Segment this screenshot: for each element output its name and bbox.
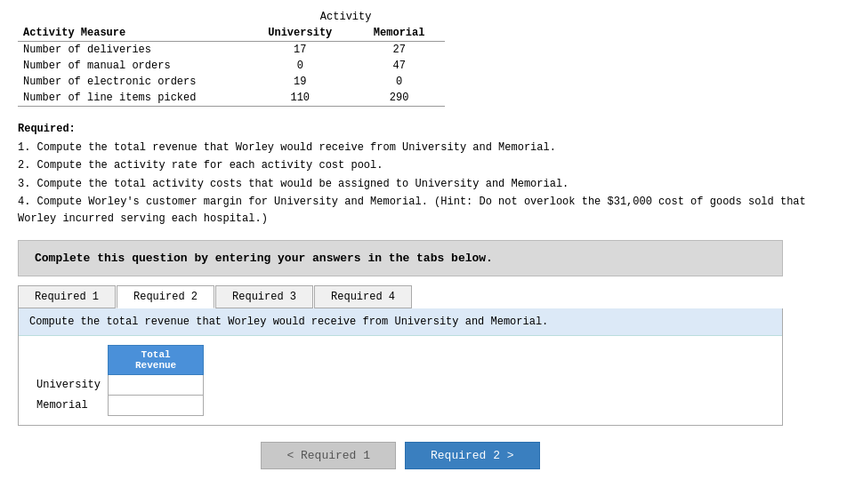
tab-content: Compute the total revenue that Worley wo…	[18, 308, 783, 426]
total-revenue-header: TotalRevenue	[109, 346, 204, 375]
table-row: Number of deliveries 17 27	[18, 42, 445, 59]
tab-item[interactable]: Required 2	[117, 285, 214, 308]
answer-label-header	[29, 346, 109, 375]
required-title: Required:	[18, 121, 829, 138]
measure-cell: Number of electronic orders	[18, 74, 246, 90]
prev-button[interactable]: < Required 1	[261, 442, 396, 469]
answer-row: University	[29, 375, 204, 396]
answer-input-cell[interactable]	[109, 396, 204, 416]
answer-row-label: Memorial	[29, 396, 109, 416]
university-col-header: University	[246, 25, 353, 42]
answer-input-cell[interactable]	[109, 375, 204, 396]
activity-col-header: Activity	[246, 9, 445, 25]
memorial-cell: 0	[353, 74, 445, 90]
tab-item[interactable]: Required 4	[314, 285, 412, 308]
university-cell: 110	[246, 90, 353, 107]
required-item: 1. Compute the total revenue that Worley…	[18, 140, 829, 156]
answer-table: TotalRevenue University Memorial	[29, 345, 204, 416]
answer-input[interactable]	[109, 396, 198, 415]
measure-cell: Number of deliveries	[18, 42, 246, 59]
bottom-nav: < Required 1 Required 2 >	[18, 442, 783, 469]
table-row: Number of manual orders 0 47	[18, 58, 445, 74]
tab-item[interactable]: Required 3	[215, 285, 313, 308]
memorial-cell: 290	[353, 90, 445, 107]
activity-measure-col-header: Activity Measure	[18, 25, 246, 42]
answer-input[interactable]	[109, 375, 198, 395]
required-section: Required: 1. Compute the total revenue t…	[18, 121, 829, 228]
university-cell: 19	[246, 74, 353, 90]
answer-row: Memorial	[29, 396, 204, 416]
university-cell: 0	[246, 58, 353, 74]
next-button[interactable]: Required 2 >	[405, 442, 540, 469]
required-item: 2. Compute the activity rate for each ac…	[18, 157, 829, 174]
measure-cell: Number of line items picked	[18, 90, 246, 107]
tab-list: Required 1Required 2Required 3Required 4	[18, 285, 783, 308]
required-item: 4. Compute Worley's customer margin for …	[18, 194, 829, 228]
complete-box: Complete this question by entering your …	[18, 240, 783, 276]
activity-data-table: Activity Activity Measure University Mem…	[18, 9, 829, 107]
required-item: 3. Compute the total activity costs that…	[18, 176, 829, 193]
memorial-cell: 27	[353, 42, 445, 59]
answer-row-label: University	[29, 375, 109, 396]
measure-cell: Number of manual orders	[18, 58, 246, 74]
table-row: Number of line items picked 110 290	[18, 90, 445, 107]
memorial-cell: 47	[353, 58, 445, 74]
tab-instruction: Compute the total revenue that Worley wo…	[19, 308, 782, 336]
memorial-col-header: Memorial	[353, 25, 445, 42]
university-cell: 17	[246, 42, 353, 59]
tabs-wrapper: Required 1Required 2Required 3Required 4…	[18, 285, 783, 426]
tab-item[interactable]: Required 1	[18, 285, 116, 308]
table-row: Number of electronic orders 19 0	[18, 74, 445, 90]
